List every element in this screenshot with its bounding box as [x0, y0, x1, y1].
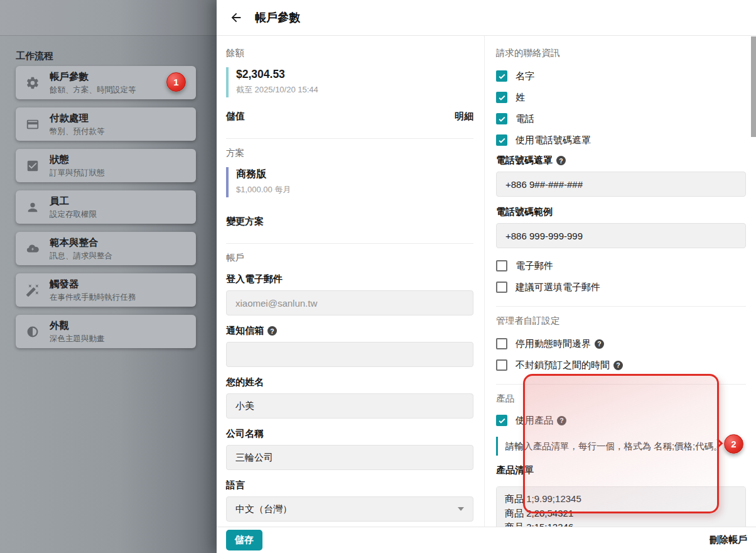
- products-format-note: 請輸入產品清單，每行一個，格式為 名稱;價格;代碼。: [496, 437, 746, 456]
- phone-mask-input[interactable]: +886 9##-###-###: [496, 172, 746, 197]
- sidebar-item-title: 帳戶參數: [50, 70, 136, 84]
- field-label: 公司名稱: [226, 428, 473, 440]
- back-arrow-icon[interactable]: [228, 9, 244, 26]
- section-contact-info: 請求的聯絡資訊 名字 姓 電話 使用電話號碼: [496, 36, 746, 306]
- save-button[interactable]: 儲存: [226, 530, 262, 550]
- field-label: 您的姓名: [226, 376, 473, 388]
- sidebar-item-subtitle: 深色主題與動畫: [50, 334, 105, 344]
- background-page-header: [0, 0, 217, 36]
- your-name-input[interactable]: 小美: [226, 393, 473, 419]
- sidebar-item-appearance[interactable]: 外觀 深色主題與動畫: [16, 315, 196, 348]
- sidebar-item-staff[interactable]: 員工 設定存取權限: [16, 190, 196, 224]
- phone-example-input[interactable]: +886 999-999-999: [496, 223, 746, 248]
- field-label: 產品清單: [496, 464, 746, 476]
- section-heading: 方案: [226, 147, 473, 159]
- company-name-input[interactable]: 三輪公司: [226, 445, 473, 470]
- checkbox-no-block-time-between-bookings[interactable]: 不封鎖預訂之間的時間 ?: [496, 359, 746, 371]
- sidebar-item-title: 觸發器: [50, 278, 136, 291]
- login-email-input[interactable]: xiaomei@sanlun.tw: [226, 290, 473, 315]
- product-list-textarea[interactable]: 商品 1;9.99;12345 商品 2;20;54321 商品 3;15;12…: [496, 486, 746, 527]
- scrollbar-thumb[interactable]: [751, 36, 756, 137]
- help-icon[interactable]: ?: [557, 416, 566, 425]
- section-admin-settings: 管理者自訂設定 停用動態時間邊界 ? 不封鎖預訂之間的時間 ?: [496, 306, 746, 384]
- field-label: 通知信箱 ?: [226, 325, 473, 337]
- sidebar-item-subtitle: 幣別、預付款等: [50, 126, 105, 137]
- wand-icon: [16, 283, 50, 297]
- field-login-email: 登入電子郵件 xiaomei@sanlun.tw: [226, 273, 473, 315]
- sidebar-item-triggers[interactable]: 觸發器 在事件或手動時執行任務: [16, 273, 196, 307]
- panel-header: 帳戶參數: [217, 0, 756, 36]
- page-title: 帳戶參數: [255, 10, 300, 25]
- field-company-name: 公司名稱 三輪公司: [226, 428, 473, 470]
- sidebar-item-title: 外觀: [50, 319, 105, 332]
- checkbox-checked-icon: [496, 113, 507, 124]
- language-select[interactable]: 中文（台灣）: [226, 496, 473, 522]
- section-heading: 餘額: [226, 47, 473, 59]
- checkbox-checked-icon: [496, 92, 507, 103]
- details-button[interactable]: 明細: [455, 111, 473, 123]
- field-phone-example: 電話號碼範例 +886 999-999-999: [496, 206, 746, 248]
- field-language: 語言 中文（台灣）: [226, 479, 473, 522]
- balance-as-of: 截至 2025/10/20 15:44: [236, 84, 473, 96]
- language-selected-value: 中文（台灣）: [235, 503, 292, 515]
- contrast-icon: [16, 325, 50, 339]
- field-notify-email: 通知信箱 ?: [226, 325, 473, 367]
- column-right: 請求的聯絡資訊 名字 姓 電話 使用電話號碼: [485, 36, 756, 527]
- checkbox-suggest-optional-email[interactable]: 建議可選填電子郵件: [496, 281, 746, 293]
- help-icon[interactable]: ?: [595, 339, 604, 349]
- sidebar-item-subtitle: 在事件或手動時執行任務: [50, 292, 136, 303]
- checkbox-unchecked-icon: [496, 338, 507, 349]
- field-your-name: 您的姓名 小美: [226, 376, 473, 419]
- annotation-badge-1: 1: [166, 72, 186, 92]
- section-account: 帳戶 登入電子郵件 xiaomei@sanlun.tw 通知信箱 ? 您的姓名: [226, 243, 473, 527]
- section-heading: 請求的聯絡資訊: [496, 47, 746, 59]
- checkbox-checked-icon: [496, 70, 507, 82]
- change-plan-button[interactable]: 變更方案: [226, 216, 264, 226]
- panel-footer: 儲存 刪除帳戶: [217, 527, 756, 553]
- balance-actions: 儲值 明細: [226, 111, 473, 123]
- sidebar-item-title: 狀態: [50, 153, 105, 167]
- balance-card: $2,304.53 截至 2025/10/20 15:44: [226, 67, 473, 97]
- check-square-icon: [16, 159, 50, 173]
- notify-email-input[interactable]: [226, 342, 473, 367]
- sidebar-item-templates-integrations[interactable]: 範本與整合 訊息、請求與整合: [16, 232, 196, 265]
- account-params-panel: 帳戶參數 餘額 $2,304.53 截至 2025/10/20 15:44 儲值…: [217, 0, 756, 553]
- field-label: 語言: [226, 479, 473, 491]
- sidebar-item-subtitle: 設定存取權限: [50, 209, 97, 220]
- panel-body: 餘額 $2,304.53 截至 2025/10/20 15:44 儲值 明細 方…: [217, 36, 756, 527]
- sidebar-item-title: 範本與整合: [50, 236, 112, 249]
- workflows-list: 帳戶參數 餘額、方案、時間設定等 付款處理 幣別、預付款等 狀態: [16, 66, 196, 348]
- checkbox-unchecked-icon: [496, 282, 507, 293]
- topup-button[interactable]: 儲值: [226, 111, 245, 123]
- plan-name: 商務版: [236, 168, 473, 181]
- checkbox-last-name[interactable]: 姓: [496, 91, 746, 104]
- checkbox-use-phone-mask[interactable]: 使用電話號碼遮罩: [496, 134, 746, 146]
- sidebar-item-title: 付款處理: [50, 112, 105, 125]
- help-icon[interactable]: ?: [556, 156, 566, 165]
- workflows-heading: 工作流程: [16, 50, 53, 62]
- sidebar-item-subtitle: 訊息、請求與整合: [50, 251, 112, 261]
- plan-card: 商務版 $1,000.00 每月: [226, 167, 473, 197]
- sidebar-item-subtitle: 餘額、方案、時間設定等: [50, 85, 136, 96]
- checkbox-checked-icon: [496, 134, 507, 146]
- balance-amount: $2,304.53: [236, 68, 473, 81]
- checkbox-phone[interactable]: 電話: [496, 112, 746, 125]
- field-product-list: 產品清單 商品 1;9.99;12345 商品 2;20;54321 商品 3;…: [496, 464, 746, 527]
- checkbox-disable-dynamic-time-bounds[interactable]: 停用動態時間邊界 ?: [496, 337, 746, 350]
- sidebar-item-subtitle: 訂單與預訂狀態: [50, 168, 105, 178]
- sidebar-item-payments[interactable]: 付款處理 幣別、預付款等: [16, 107, 196, 141]
- help-icon[interactable]: ?: [613, 361, 623, 370]
- checkbox-use-products[interactable]: 使用產品 ?: [496, 414, 746, 427]
- section-heading: 帳戶: [226, 252, 473, 264]
- checkbox-email[interactable]: 電子郵件: [496, 260, 746, 272]
- column-left: 餘額 $2,304.53 截至 2025/10/20 15:44 儲值 明細 方…: [217, 36, 485, 527]
- checkbox-first-name[interactable]: 名字: [496, 70, 746, 82]
- annotation-badge-2: 2: [724, 434, 743, 454]
- help-icon[interactable]: ?: [267, 326, 277, 336]
- checkbox-unchecked-icon: [496, 260, 507, 271]
- cloud-icon: [16, 242, 50, 256]
- delete-account-button[interactable]: 刪除帳戶: [710, 534, 747, 546]
- gear-icon: [16, 76, 50, 90]
- sidebar-item-statuses[interactable]: 狀態 訂單與預訂狀態: [16, 149, 196, 182]
- section-heading: 管理者自訂設定: [496, 315, 746, 327]
